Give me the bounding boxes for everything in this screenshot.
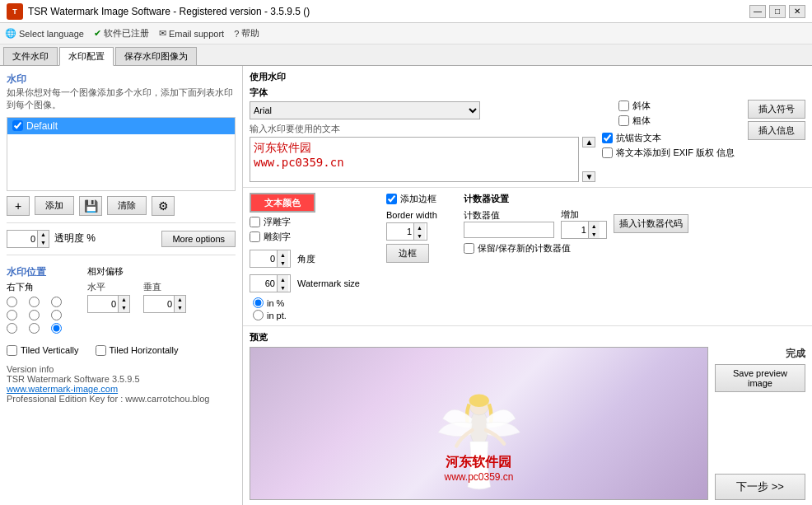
increment-down[interactable]: ▼ — [588, 230, 600, 238]
save-counter-label: 保留/保存新的计数器值 — [478, 242, 571, 255]
transparency-up[interactable]: ▲ — [37, 231, 49, 239]
config-middle: 文本颜色 浮雕字 雕刻字 ▲ — [243, 188, 812, 326]
pos-tc[interactable] — [29, 297, 40, 307]
horizontal-spinbox[interactable]: ▲ ▼ — [87, 295, 130, 313]
watermark-text-input[interactable]: 河东软件园 www.pc0359.cn — [250, 137, 579, 182]
more-options-button[interactable]: More options — [161, 231, 236, 247]
angle-down[interactable]: ▼ — [277, 259, 288, 267]
exif-checkbox[interactable] — [602, 147, 613, 158]
exif-option: 将文本添加到 EXIF 版权 信息 — [602, 147, 735, 159]
horizontal-down[interactable]: ▼ — [118, 304, 129, 312]
tab-watermark-config[interactable]: 水印配置 — [59, 47, 114, 66]
vertical-spinbox[interactable]: ▲ ▼ — [143, 295, 186, 313]
save-preview-button[interactable]: Save preview image — [715, 364, 805, 392]
border-frame-button[interactable]: 边框 — [386, 244, 429, 263]
border-width-spinbox[interactable]: ▲ ▼ — [386, 222, 427, 241]
insert-counter-button[interactable]: 插入计数器代码 — [614, 214, 688, 233]
in-percent-option: in % — [253, 297, 360, 308]
tab-save-watermark[interactable]: 保存水印图像为 — [115, 47, 197, 65]
preview-section: 预览 — [243, 326, 812, 505]
menu-email-support[interactable]: ✉ Email support — [159, 28, 224, 39]
text-scroll-up[interactable]: ▲ — [582, 137, 595, 147]
insert-symbol-button[interactable]: 插入符号 — [748, 100, 805, 119]
antialias-checkbox[interactable] — [602, 133, 613, 143]
transparency-spinbox[interactable]: ▲ ▼ — [7, 230, 49, 248]
tab-file-watermark[interactable]: 文件水印 — [3, 47, 58, 65]
tiled-vertically-checkbox[interactable] — [7, 345, 17, 356]
add-button[interactable]: 添加 — [35, 196, 74, 215]
minimize-button[interactable]: — — [749, 5, 766, 18]
settings-icon[interactable]: ⚙ — [152, 196, 175, 216]
size-down[interactable]: ▼ — [277, 283, 288, 292]
maximize-button[interactable]: □ — [769, 5, 786, 18]
pos-tl[interactable] — [7, 297, 17, 307]
pos-bc[interactable] — [29, 323, 40, 334]
increment-up[interactable]: ▲ — [588, 222, 600, 230]
size-up[interactable]: ▲ — [277, 275, 288, 283]
app-logo: T — [7, 3, 23, 20]
pos-tr[interactable] — [51, 297, 62, 307]
font-select[interactable]: Arial — [250, 101, 480, 119]
watermark-section: 水印 如果你想对每一个图像添加多个水印，添加下面列表水印到每个图像。 — [7, 72, 236, 112]
border-up[interactable]: ▲ — [413, 223, 425, 231]
angle-spinbox[interactable]: ▲ ▼ — [250, 250, 291, 268]
horizontal-input[interactable] — [88, 296, 118, 312]
float-checkbox[interactable] — [250, 217, 260, 227]
increment-input[interactable] — [562, 222, 588, 238]
clear-button[interactable]: 清除 — [107, 196, 147, 215]
close-button[interactable]: ✕ — [789, 5, 805, 18]
size-spinbox[interactable]: ▲ ▼ — [250, 274, 291, 292]
in-pt-radio[interactable] — [253, 310, 264, 320]
horizontal-up[interactable]: ▲ — [118, 296, 129, 304]
menu-select-language[interactable]: 🌐 Select language — [5, 28, 84, 39]
pos-mr[interactable] — [51, 310, 62, 320]
transparency-input[interactable] — [7, 231, 37, 247]
in-percent-radio[interactable] — [253, 297, 264, 308]
list-item[interactable]: Default — [7, 118, 235, 134]
menu-registered[interactable]: ✔ 软件已注册 — [94, 27, 149, 40]
increment-spinbox[interactable]: ▲ ▼ — [561, 221, 607, 239]
website-link[interactable]: www.watermark-image.com — [7, 384, 236, 394]
vertical-up[interactable]: ▲ — [174, 296, 185, 304]
position-section: 水印位置 右下角 相对偏移 — [7, 265, 236, 337]
check-icon: ✔ — [94, 28, 101, 39]
version-info: Version info TSR Watermark Software 3.5.… — [7, 364, 236, 404]
text-scroll-down[interactable]: ▼ — [582, 171, 595, 182]
angle-up[interactable]: ▲ — [277, 250, 288, 259]
tiled-horizontally-checkbox[interactable] — [96, 345, 106, 356]
pos-ml[interactable] — [7, 310, 17, 320]
vertical-down[interactable]: ▼ — [174, 304, 185, 312]
watermark-list[interactable]: Default — [7, 117, 236, 191]
horizontal-label: 水平 — [87, 281, 130, 293]
italic-checkbox[interactable] — [618, 101, 629, 111]
vertical-input[interactable] — [144, 296, 174, 312]
pos-br[interactable] — [51, 323, 62, 334]
counter-value-input[interactable] — [464, 222, 554, 238]
watermark-checkbox[interactable] — [12, 120, 23, 131]
border-width-input[interactable] — [387, 223, 413, 240]
size-label: Watermark size — [297, 278, 360, 288]
add-border-checkbox[interactable] — [386, 194, 397, 204]
insert-info-button[interactable]: 插入信息 — [748, 121, 805, 140]
angle-section: ▲ ▼ 角度 — [250, 250, 360, 268]
size-input[interactable] — [250, 275, 277, 292]
angle-input[interactable] — [250, 250, 277, 267]
save-icon[interactable]: 💾 — [79, 196, 102, 216]
pos-mc[interactable] — [29, 310, 40, 320]
transparency-down[interactable]: ▼ — [37, 239, 49, 247]
preview-image: 河东软件园 www.pc0359.cn — [250, 347, 708, 500]
in-pt-label: in pt. — [267, 311, 287, 320]
border-down[interactable]: ▼ — [413, 231, 425, 240]
antialias-option: 抗锯齿文本 — [602, 132, 735, 144]
emboss-checkbox[interactable] — [250, 231, 260, 242]
bold-checkbox[interactable] — [618, 115, 629, 126]
next-button[interactable]: 下一步 >> — [715, 474, 805, 500]
save-counter-checkbox[interactable] — [464, 243, 474, 254]
config-title: 使用水印 — [250, 71, 805, 83]
menu-help[interactable]: ? 帮助 — [234, 27, 259, 40]
preview-title: 预览 — [250, 331, 805, 344]
color-button[interactable]: 文本颜色 — [250, 193, 315, 213]
color-section: 文本颜色 浮雕字 雕刻字 ▲ — [250, 193, 360, 320]
pos-bl[interactable] — [7, 323, 17, 334]
add-icon[interactable]: + — [7, 196, 30, 216]
